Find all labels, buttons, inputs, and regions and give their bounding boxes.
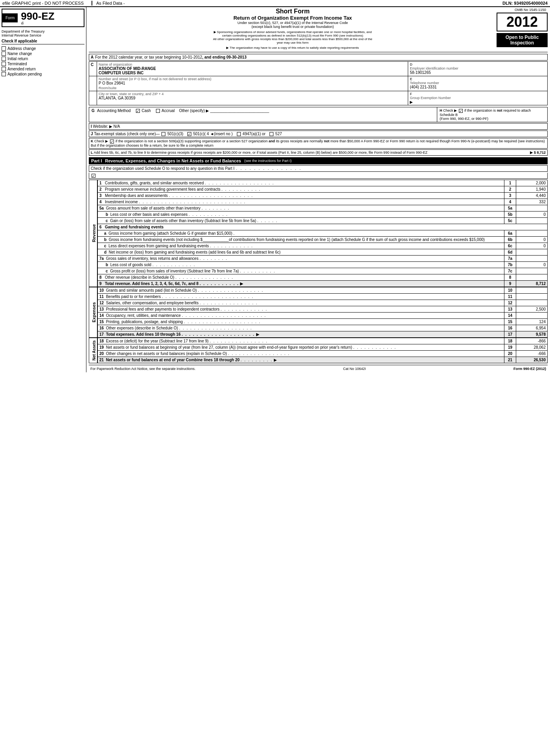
top-bar: efile GRAPHIC print - DO NOT PROCESS As … (0, 0, 550, 7)
checkbox-address-change[interactable] (2, 46, 6, 51)
row-10-label: 10 Grants and similar amounts paid (list… (98, 287, 504, 293)
top-bar-left: efile GRAPHIC print - DO NOT PROCESS As … (2, 1, 125, 6)
note1: ▶ Sponsoring organizations of donor advi… (90, 30, 496, 34)
table-row-total: 21 Net assets or fund balances at end of… (98, 357, 548, 363)
section-e-label: E (410, 77, 546, 81)
checkbox-application-pending[interactable] (2, 72, 6, 76)
revenue-table: 1 Contributions, gifts, grants, and simi… (97, 180, 548, 287)
footer: For Paperwork Reduction Act Notice, see … (89, 365, 548, 372)
row-5b-num-col: 5b (504, 211, 516, 217)
row-21-amount: 26,530 (516, 357, 548, 363)
row-13-amount: 2,500 (516, 306, 548, 312)
dept-info: Department of the Treasury Internal Reve… (2, 29, 84, 37)
city-cell: City or town, state or country, and ZIP … (97, 91, 408, 105)
section-l-amount: ▶ $ 8,712 (527, 151, 546, 155)
row-18-label: 18 Excess or (deficit) for the year (Sub… (98, 338, 504, 344)
checkbox-name-change[interactable] (2, 52, 6, 56)
table-row: 19 Net assets or fund balances at beginn… (98, 344, 548, 350)
checkbox-initial-return[interactable] (2, 57, 6, 61)
net-assets-section: Net Assets 18 Excess or (deficit) for th… (89, 338, 548, 363)
checkbox-j-4[interactable] (270, 132, 273, 136)
main-layout: Form 990-EZ 🖨 Department of the Treasury… (0, 7, 550, 372)
row-12-label: 12 Salaries, other compensation, and emp… (98, 300, 504, 306)
footer-paperwork: For Paperwork Reduction Act Notice, see … (90, 367, 196, 371)
section-gh-row: G Accounting Method Cash Accrual Other (… (89, 107, 548, 122)
checkbox-amended[interactable] (2, 67, 6, 71)
j-option4: 527 (275, 132, 282, 136)
checkbox-cash[interactable] (136, 109, 140, 113)
row-21-label: 21 Net assets or fund balances at end of… (98, 357, 504, 363)
row-19-text: Net assets or fund balances at beginning… (106, 345, 352, 349)
sidebar-item-address-change: Address change (2, 46, 84, 51)
row-16-label: 16 Other expenses (describe in Schedule … (98, 325, 504, 331)
table-row: 16 Other expenses (describe in Schedule … (98, 325, 548, 331)
open-to-public-text: Open to Public (498, 35, 546, 40)
form-number-box: Form 990-EZ 🖨 (2, 9, 84, 27)
row-6a-amount (516, 230, 548, 236)
checkbox-k[interactable] (110, 140, 114, 143)
row-21-num: 21 (504, 357, 516, 363)
checkbox-j-2[interactable] (187, 132, 191, 136)
checkbox-j-1[interactable] (161, 132, 165, 136)
table-row: 13 Professional fees and other payments … (98, 306, 548, 312)
row-6-text: Gaming and fundraising events (105, 225, 163, 229)
section-d-text: Employer identification number (410, 66, 546, 70)
efile-text: efile GRAPHIC print - DO NOT PROCESS (2, 1, 84, 6)
row-20-num: 20 (504, 350, 516, 357)
form-word: Form (6, 16, 15, 20)
row-5b-text: Less cost or other basis and sales expen… (110, 212, 188, 217)
section-h-text4: (Form 990, 990-EZ, or 990-PF) (440, 117, 488, 121)
j-option3: 4947(a)(1) or (242, 132, 265, 136)
row-5c-label: c Gain or (loss) from sale of assets oth… (98, 217, 504, 224)
checkbox-terminated[interactable] (2, 62, 6, 66)
address: P O Box 29841 (99, 81, 406, 85)
form-title-area: Short Form Return of Organization Exempt… (89, 7, 497, 50)
row-2-amount: 1,940 (516, 186, 548, 192)
sidebar-item-amended: Amended return (2, 66, 84, 72)
row-16-num: 16 (504, 325, 516, 331)
row-13-num: 13 (504, 306, 516, 312)
table-row: 20 Other changes in net assets or fund b… (98, 350, 548, 357)
section-a-label: A (91, 55, 94, 59)
section-k: K Check ▶ if the organization is not a s… (89, 138, 548, 149)
row-6a-label: a Gross income from gaming (attach Sched… (98, 230, 504, 236)
part-i-desc: Revenue, Expenses, and Changes in Net As… (105, 158, 241, 163)
footer-cat: Cat No 10642I (343, 367, 366, 371)
section-k-text: Check ▶ (94, 139, 108, 143)
table-row: 5a Gross amount from sale of assets othe… (98, 205, 548, 211)
address-cell: Number and street (or P O box, if mail i… (97, 76, 408, 91)
row-8-label: 8 Other revenue (describe in Schedule O)… (98, 274, 504, 280)
checkbox-accrual[interactable] (156, 109, 160, 113)
row-7b-text: Less cost of goods sold (110, 263, 152, 267)
row-12-amount (516, 300, 548, 306)
checkbox-j-3[interactable] (237, 132, 241, 136)
row-1-text: Contributions, gifts, grants, and simila… (105, 181, 204, 185)
ein: 58-1901265 (410, 70, 546, 75)
table-row: 18 Excess or (deficit) for the year (Sub… (98, 338, 548, 344)
row-5b-label: b Less cost or other basis and sales exp… (98, 211, 504, 217)
section-h: H Check ▶ if the organization is not req… (437, 107, 547, 122)
row-12-text: Salaries, other compensation, and employ… (106, 301, 199, 305)
row-5b-amount: 0 (516, 211, 548, 217)
section-k-bold: and (269, 139, 275, 143)
row-17-amount: 9,578 (516, 331, 548, 337)
table-row: 14 Occupancy, rent, utilities, and maint… (98, 312, 548, 318)
table-row: b Less cost of goods sold . . . . . . . … (98, 261, 548, 268)
accrual-label: Accrual (161, 109, 174, 113)
label-initial-return: Initial return (7, 57, 28, 61)
row-20-text: Other changes in net assets or fund bala… (106, 351, 227, 356)
row-6d-label: d Net income or (loss) from gaming and f… (98, 249, 504, 255)
row-21-text: Net assets or fund balances at end of ye… (106, 358, 240, 362)
short-form-title: Short Form (90, 8, 496, 15)
row-17-label: 17 Total expenses. Add lines 10 through … (98, 331, 504, 337)
footer-form-ref: Form 990-EZ (2012) (513, 367, 546, 371)
checkbox-schedule-o[interactable] (92, 174, 95, 178)
row-11-label: 11 Benefits paid to or for members . . .… (98, 293, 504, 300)
checkbox-h[interactable] (459, 109, 463, 113)
row-9-amount: 8,712 (516, 280, 548, 287)
row-17-text: Total expenses. Add lines 10 through 16 (106, 332, 181, 337)
net-assets-table: 18 Excess or (deficit) for the year (Sub… (97, 338, 548, 363)
year-display: 2012 (497, 13, 548, 31)
section-k-bold2: not (324, 139, 329, 143)
row-13-label: 13 Professional fees and other payments … (98, 306, 504, 312)
